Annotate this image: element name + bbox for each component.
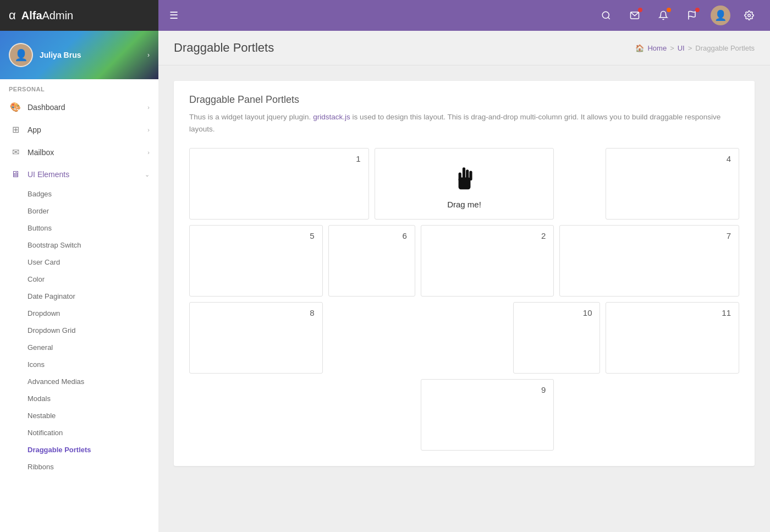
- svg-rect-6: [463, 167, 465, 179]
- breadcrumb-ui[interactable]: UI: [678, 44, 685, 52]
- portlet-5[interactable]: 5: [189, 225, 323, 297]
- app-icon: ⊞: [9, 124, 22, 135]
- sidebar-item-notification[interactable]: Notification: [0, 424, 158, 441]
- portlet-number: 4: [727, 154, 731, 163]
- sidebar-item-bootstrap-switch[interactable]: Bootstrap Switch: [0, 237, 158, 254]
- portlet-1[interactable]: 1: [189, 148, 369, 220]
- sidebar-item-label: Mailbox: [28, 148, 147, 157]
- search-button[interactable]: [596, 6, 616, 25]
- user-arrow-icon: ›: [147, 51, 150, 59]
- logo-alpha: α: [9, 8, 16, 23]
- sidebar-sub-items: Badges Border Buttons Bootstrap Switch U…: [0, 185, 158, 475]
- svg-point-0: [602, 12, 609, 18]
- breadcrumb-sep1: >: [670, 44, 674, 52]
- sidebar-item-border[interactable]: Border: [0, 202, 158, 220]
- chevron-down-icon: ⌄: [145, 171, 150, 178]
- sidebar-item-general[interactable]: General: [0, 339, 158, 356]
- bell-button[interactable]: [653, 6, 673, 25]
- svg-point-4: [748, 14, 751, 17]
- breadcrumb-current: Draggable Portlets: [695, 44, 755, 52]
- portlet-number: 5: [310, 231, 314, 240]
- sidebar-item-ribbons[interactable]: Ribbons: [0, 458, 158, 475]
- user-name: Juliya Brus: [40, 51, 81, 59]
- portlet-drag-me[interactable]: Drag me!: [375, 148, 554, 220]
- user-avatar[interactable]: 👤: [711, 6, 730, 25]
- hamburger-icon[interactable]: ☰: [169, 9, 178, 21]
- sidebar-item-advanced-medias[interactable]: Advanced Medias: [0, 373, 158, 390]
- main: ☰ 👤 Draggable Portlets 🏠 Home >: [158, 0, 770, 532]
- portlet-11[interactable]: 11: [606, 302, 739, 374]
- portlet-grid: 1 Drag me!: [189, 148, 739, 451]
- breadcrumb: 🏠 Home > UI > Draggable Portlets: [635, 44, 755, 52]
- sidebar-item-app[interactable]: ⊞ App ›: [0, 118, 158, 141]
- sidebar-item-modals[interactable]: Modals: [0, 390, 158, 407]
- portlet-drag-label: Drag me!: [447, 200, 481, 209]
- portlet-9[interactable]: 9: [421, 379, 554, 451]
- sidebar-item-date-paginator[interactable]: Date Paginator: [0, 288, 158, 305]
- portlet-6[interactable]: 6: [328, 225, 415, 297]
- content-body: Draggable Panel Portlets Thus is a widge…: [158, 65, 770, 481]
- sidebar-item-buttons[interactable]: Buttons: [0, 220, 158, 237]
- portlet-number: 8: [310, 308, 314, 317]
- portlet-number: 11: [722, 308, 731, 317]
- monitor-icon: 🖥: [9, 169, 22, 179]
- portlet-7[interactable]: 7: [559, 225, 739, 297]
- drag-hand-icon: [450, 164, 479, 198]
- svg-line-1: [608, 17, 609, 19]
- flag-badge: [695, 8, 700, 12]
- sidebar-item-label: UI Elements: [28, 170, 145, 179]
- chevron-right-icon: ›: [147, 149, 150, 156]
- page-title: Draggable Portlets: [174, 41, 274, 55]
- sidebar-item-label: App: [28, 125, 147, 134]
- chevron-right-icon: ›: [147, 127, 150, 133]
- breadcrumb-home[interactable]: Home: [647, 44, 667, 52]
- portlet-number: 1: [356, 154, 360, 163]
- sidebar: α AlfaAdmin 👤 Juliya Brus › PERSONAL 🎨 D…: [0, 0, 158, 532]
- portlet-number: 2: [541, 231, 546, 240]
- breadcrumb-sep2: >: [688, 44, 692, 52]
- sidebar-item-nestable[interactable]: Nestable: [0, 407, 158, 424]
- logo-brand: AlfaAdmin: [21, 9, 74, 22]
- panel-title: Draggable Panel Portlets: [189, 94, 739, 106]
- sidebar-item-draggable-portlets[interactable]: Draggable Portlets: [0, 441, 158, 458]
- avatar: 👤: [9, 43, 33, 67]
- flag-button[interactable]: [682, 6, 702, 25]
- portlet-2[interactable]: 2: [421, 225, 554, 297]
- home-icon: 🏠: [635, 44, 644, 52]
- sidebar-item-dropdown-grid[interactable]: Dropdown Grid: [0, 322, 158, 339]
- portlet-number: 10: [583, 308, 592, 317]
- sidebar-header: α AlfaAdmin: [0, 0, 158, 31]
- sidebar-item-mailbox[interactable]: ✉ Mailbox ›: [0, 141, 158, 163]
- settings-button[interactable]: [739, 6, 759, 25]
- svg-rect-7: [466, 169, 469, 180]
- mail-icon: ✉: [9, 147, 22, 157]
- sidebar-item-ui-elements[interactable]: 🖥 UI Elements ⌄: [0, 163, 158, 185]
- sidebar-item-dashboard[interactable]: 🎨 Dashboard ›: [0, 96, 158, 118]
- mail-badge: [638, 8, 642, 12]
- svg-rect-8: [469, 171, 472, 180]
- sidebar-item-dropdown[interactable]: Dropdown: [0, 305, 158, 322]
- portlet-number: 6: [402, 231, 406, 240]
- mail-button[interactable]: [625, 6, 645, 25]
- portlet-8[interactable]: 8: [189, 302, 323, 374]
- sidebar-user[interactable]: 👤 Juliya Brus ›: [0, 31, 158, 79]
- content-header: Draggable Portlets 🏠 Home > UI > Draggab…: [158, 31, 770, 65]
- portlet-drag-content: Drag me!: [375, 149, 554, 219]
- svg-rect-9: [459, 172, 461, 181]
- sidebar-section-label: PERSONAL: [0, 79, 158, 96]
- dashboard-icon: 🎨: [9, 102, 22, 112]
- sidebar-item-icons[interactable]: Icons: [0, 356, 158, 373]
- desc-text-1: Thus is a widget layout jquery plugin.: [189, 113, 313, 121]
- sidebar-item-color[interactable]: Color: [0, 271, 158, 288]
- portlet-number: 9: [541, 385, 546, 394]
- panel-description: Thus is a widget layout jquery plugin. g…: [189, 111, 739, 135]
- content: Draggable Portlets 🏠 Home > UI > Draggab…: [158, 31, 770, 532]
- portlet-number: 7: [727, 231, 731, 240]
- portlet-4[interactable]: 4: [606, 148, 739, 220]
- sidebar-item-user-card[interactable]: User Card: [0, 254, 158, 271]
- portlet-10[interactable]: 10: [513, 302, 600, 374]
- sidebar-item-label: Dashboard: [28, 103, 147, 112]
- sidebar-item-badges[interactable]: Badges: [0, 185, 158, 202]
- gridstack-link[interactable]: gridstack.js: [313, 113, 350, 121]
- panel: Draggable Panel Portlets Thus is a widge…: [174, 81, 755, 466]
